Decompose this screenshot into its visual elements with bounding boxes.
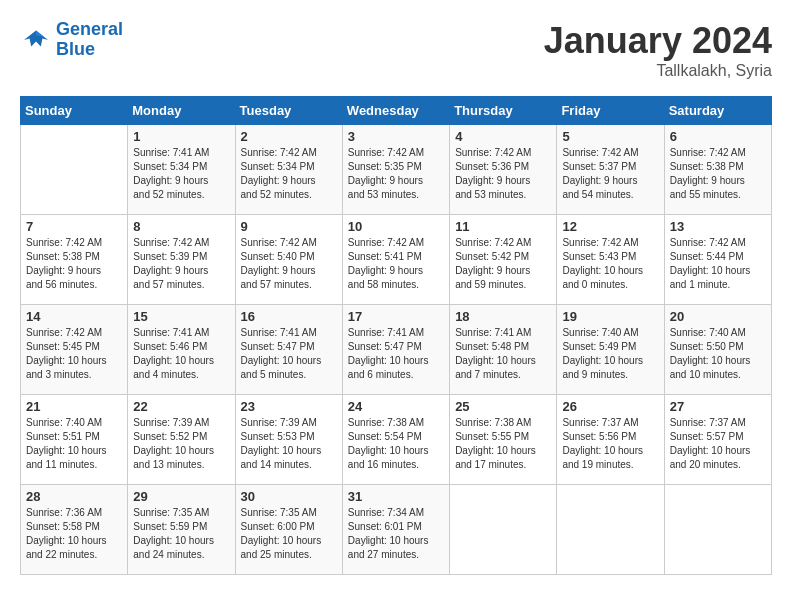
logo-line2: Blue	[56, 39, 95, 59]
day-info: Sunrise: 7:42 AMSunset: 5:37 PMDaylight:…	[562, 146, 658, 202]
day-info: Sunrise: 7:39 AMSunset: 5:53 PMDaylight:…	[241, 416, 337, 472]
day-info: Sunrise: 7:40 AMSunset: 5:50 PMDaylight:…	[670, 326, 766, 382]
calendar-cell: 7Sunrise: 7:42 AMSunset: 5:38 PMDaylight…	[21, 215, 128, 305]
day-number: 21	[26, 399, 122, 414]
day-info: Sunrise: 7:34 AMSunset: 6:01 PMDaylight:…	[348, 506, 444, 562]
day-number: 15	[133, 309, 229, 324]
day-number: 27	[670, 399, 766, 414]
day-number: 12	[562, 219, 658, 234]
day-number: 31	[348, 489, 444, 504]
day-number: 18	[455, 309, 551, 324]
calendar-cell: 23Sunrise: 7:39 AMSunset: 5:53 PMDayligh…	[235, 395, 342, 485]
day-info: Sunrise: 7:42 AMSunset: 5:40 PMDaylight:…	[241, 236, 337, 292]
day-number: 26	[562, 399, 658, 414]
day-number: 30	[241, 489, 337, 504]
day-info: Sunrise: 7:41 AMSunset: 5:48 PMDaylight:…	[455, 326, 551, 382]
day-number: 9	[241, 219, 337, 234]
title-block: January 2024 Tallkalakh, Syria	[544, 20, 772, 80]
calendar-cell	[21, 125, 128, 215]
column-header-friday: Friday	[557, 97, 664, 125]
day-number: 3	[348, 129, 444, 144]
logo-icon	[20, 24, 52, 56]
week-row-4: 21Sunrise: 7:40 AMSunset: 5:51 PMDayligh…	[21, 395, 772, 485]
week-row-3: 14Sunrise: 7:42 AMSunset: 5:45 PMDayligh…	[21, 305, 772, 395]
calendar-cell	[450, 485, 557, 575]
calendar-cell: 19Sunrise: 7:40 AMSunset: 5:49 PMDayligh…	[557, 305, 664, 395]
day-number: 24	[348, 399, 444, 414]
calendar-cell: 8Sunrise: 7:42 AMSunset: 5:39 PMDaylight…	[128, 215, 235, 305]
calendar-cell: 9Sunrise: 7:42 AMSunset: 5:40 PMDaylight…	[235, 215, 342, 305]
calendar-cell	[557, 485, 664, 575]
day-number: 2	[241, 129, 337, 144]
day-number: 23	[241, 399, 337, 414]
column-header-thursday: Thursday	[450, 97, 557, 125]
column-header-saturday: Saturday	[664, 97, 771, 125]
calendar-cell: 2Sunrise: 7:42 AMSunset: 5:34 PMDaylight…	[235, 125, 342, 215]
calendar-table: SundayMondayTuesdayWednesdayThursdayFrid…	[20, 96, 772, 575]
day-number: 25	[455, 399, 551, 414]
day-info: Sunrise: 7:41 AMSunset: 5:47 PMDaylight:…	[348, 326, 444, 382]
calendar-title: January 2024	[544, 20, 772, 62]
day-number: 6	[670, 129, 766, 144]
calendar-cell: 20Sunrise: 7:40 AMSunset: 5:50 PMDayligh…	[664, 305, 771, 395]
day-info: Sunrise: 7:38 AMSunset: 5:55 PMDaylight:…	[455, 416, 551, 472]
day-number: 28	[26, 489, 122, 504]
week-row-2: 7Sunrise: 7:42 AMSunset: 5:38 PMDaylight…	[21, 215, 772, 305]
day-info: Sunrise: 7:42 AMSunset: 5:43 PMDaylight:…	[562, 236, 658, 292]
calendar-cell: 28Sunrise: 7:36 AMSunset: 5:58 PMDayligh…	[21, 485, 128, 575]
calendar-cell: 10Sunrise: 7:42 AMSunset: 5:41 PMDayligh…	[342, 215, 449, 305]
calendar-cell: 16Sunrise: 7:41 AMSunset: 5:47 PMDayligh…	[235, 305, 342, 395]
calendar-cell: 15Sunrise: 7:41 AMSunset: 5:46 PMDayligh…	[128, 305, 235, 395]
day-number: 4	[455, 129, 551, 144]
day-info: Sunrise: 7:42 AMSunset: 5:38 PMDaylight:…	[26, 236, 122, 292]
day-info: Sunrise: 7:41 AMSunset: 5:46 PMDaylight:…	[133, 326, 229, 382]
day-number: 7	[26, 219, 122, 234]
calendar-cell: 17Sunrise: 7:41 AMSunset: 5:47 PMDayligh…	[342, 305, 449, 395]
calendar-cell: 27Sunrise: 7:37 AMSunset: 5:57 PMDayligh…	[664, 395, 771, 485]
day-info: Sunrise: 7:35 AMSunset: 5:59 PMDaylight:…	[133, 506, 229, 562]
column-header-tuesday: Tuesday	[235, 97, 342, 125]
calendar-cell: 14Sunrise: 7:42 AMSunset: 5:45 PMDayligh…	[21, 305, 128, 395]
calendar-cell: 25Sunrise: 7:38 AMSunset: 5:55 PMDayligh…	[450, 395, 557, 485]
day-number: 17	[348, 309, 444, 324]
day-info: Sunrise: 7:42 AMSunset: 5:42 PMDaylight:…	[455, 236, 551, 292]
day-number: 8	[133, 219, 229, 234]
day-info: Sunrise: 7:40 AMSunset: 5:51 PMDaylight:…	[26, 416, 122, 472]
day-number: 10	[348, 219, 444, 234]
day-info: Sunrise: 7:42 AMSunset: 5:39 PMDaylight:…	[133, 236, 229, 292]
calendar-cell: 21Sunrise: 7:40 AMSunset: 5:51 PMDayligh…	[21, 395, 128, 485]
day-info: Sunrise: 7:37 AMSunset: 5:56 PMDaylight:…	[562, 416, 658, 472]
day-info: Sunrise: 7:42 AMSunset: 5:41 PMDaylight:…	[348, 236, 444, 292]
calendar-cell: 12Sunrise: 7:42 AMSunset: 5:43 PMDayligh…	[557, 215, 664, 305]
day-number: 1	[133, 129, 229, 144]
week-row-5: 28Sunrise: 7:36 AMSunset: 5:58 PMDayligh…	[21, 485, 772, 575]
calendar-cell: 22Sunrise: 7:39 AMSunset: 5:52 PMDayligh…	[128, 395, 235, 485]
day-info: Sunrise: 7:35 AMSunset: 6:00 PMDaylight:…	[241, 506, 337, 562]
day-number: 22	[133, 399, 229, 414]
day-info: Sunrise: 7:39 AMSunset: 5:52 PMDaylight:…	[133, 416, 229, 472]
calendar-cell: 24Sunrise: 7:38 AMSunset: 5:54 PMDayligh…	[342, 395, 449, 485]
day-number: 11	[455, 219, 551, 234]
day-number: 5	[562, 129, 658, 144]
calendar-cell: 6Sunrise: 7:42 AMSunset: 5:38 PMDaylight…	[664, 125, 771, 215]
column-header-sunday: Sunday	[21, 97, 128, 125]
logo-line1: General	[56, 19, 123, 39]
calendar-cell: 13Sunrise: 7:42 AMSunset: 5:44 PMDayligh…	[664, 215, 771, 305]
calendar-cell	[664, 485, 771, 575]
day-info: Sunrise: 7:42 AMSunset: 5:45 PMDaylight:…	[26, 326, 122, 382]
header-row: SundayMondayTuesdayWednesdayThursdayFrid…	[21, 97, 772, 125]
day-number: 14	[26, 309, 122, 324]
day-info: Sunrise: 7:41 AMSunset: 5:34 PMDaylight:…	[133, 146, 229, 202]
calendar-cell: 3Sunrise: 7:42 AMSunset: 5:35 PMDaylight…	[342, 125, 449, 215]
calendar-cell: 18Sunrise: 7:41 AMSunset: 5:48 PMDayligh…	[450, 305, 557, 395]
day-info: Sunrise: 7:42 AMSunset: 5:36 PMDaylight:…	[455, 146, 551, 202]
calendar-cell: 1Sunrise: 7:41 AMSunset: 5:34 PMDaylight…	[128, 125, 235, 215]
day-info: Sunrise: 7:42 AMSunset: 5:35 PMDaylight:…	[348, 146, 444, 202]
calendar-cell: 26Sunrise: 7:37 AMSunset: 5:56 PMDayligh…	[557, 395, 664, 485]
page-header: General Blue January 2024 Tallkalakh, Sy…	[20, 20, 772, 80]
day-info: Sunrise: 7:42 AMSunset: 5:38 PMDaylight:…	[670, 146, 766, 202]
day-info: Sunrise: 7:42 AMSunset: 5:44 PMDaylight:…	[670, 236, 766, 292]
calendar-cell: 29Sunrise: 7:35 AMSunset: 5:59 PMDayligh…	[128, 485, 235, 575]
calendar-cell: 11Sunrise: 7:42 AMSunset: 5:42 PMDayligh…	[450, 215, 557, 305]
week-row-1: 1Sunrise: 7:41 AMSunset: 5:34 PMDaylight…	[21, 125, 772, 215]
